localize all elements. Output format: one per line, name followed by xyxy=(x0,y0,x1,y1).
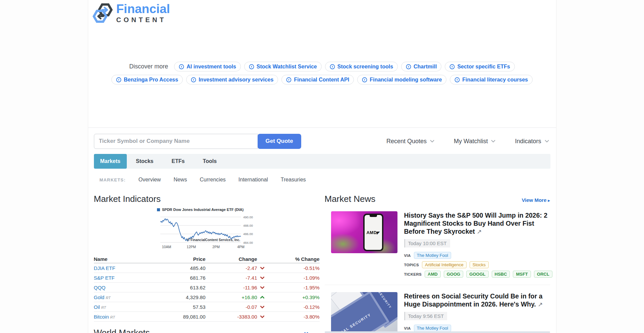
indicator-row-bitcoin: BitcoinRT89,081.00-3383.00-3.80% xyxy=(94,312,320,322)
indicator-change: -11.96 xyxy=(206,285,257,290)
change-up-icon[interactable] xyxy=(257,296,267,299)
indicator-price: 485.40 xyxy=(161,265,206,271)
chevron-down-icon xyxy=(545,140,549,143)
quote-bar: Get Quote Recent QuotesMy WatchlistIndic… xyxy=(94,133,550,149)
tickers-chip-goog[interactable]: GOOG xyxy=(444,271,463,278)
header-change: Change xyxy=(206,256,257,262)
dia-chart: SPDR Dow Jones Industrial Average ETF (D… xyxy=(156,208,257,253)
legend-swatch-icon xyxy=(157,208,160,211)
discover-pill-sector-specific-etfs[interactable]: Sector specific ETFs xyxy=(445,62,515,71)
realtime-flag: RT xyxy=(110,315,115,319)
financial-content-logo[interactable]: Financial CONTENT xyxy=(92,3,170,24)
indicator-pct-change: -1.09% xyxy=(267,275,320,281)
market-indicators-section: Market Indicators SPDR Dow Jones Industr… xyxy=(94,194,320,333)
topics-chip-artificial-intelligence[interactable]: Artificial Intelligence xyxy=(422,261,467,268)
discover-pill-ai-investment-tools[interactable]: AI investment tools xyxy=(174,62,241,71)
header-change: % Change xyxy=(267,256,320,262)
logo-wordmark-financial: Financial xyxy=(116,3,170,16)
change-down-icon[interactable] xyxy=(257,267,267,270)
indicator-price: 57.53 xyxy=(161,304,206,310)
indicator-link[interactable]: Oil xyxy=(94,304,100,310)
change-down-icon[interactable] xyxy=(257,306,267,309)
article-thumbnail-amd[interactable]: AMD◤ xyxy=(331,211,397,253)
quote-menus: Recent QuotesMy WatchlistIndicators xyxy=(386,138,550,145)
discover-more-section: Discover more AI investment toolsStock W… xyxy=(88,62,556,85)
menu-recent-quotes[interactable]: Recent Quotes xyxy=(386,138,434,145)
indicator-link[interactable]: QQQ xyxy=(94,285,106,290)
markets-subnav-label: MARKETS: xyxy=(100,177,126,182)
discover-pill-chartmill[interactable]: Chartmill xyxy=(401,62,441,71)
indicator-change: -2.47 xyxy=(206,265,257,271)
header-divider xyxy=(88,127,556,128)
indicator-link[interactable]: DJIA ETF xyxy=(94,265,115,271)
topics-chip-stocks[interactable]: Stocks xyxy=(470,261,489,268)
indicator-name-cell: OilRT xyxy=(94,304,161,310)
pill-label: Stock screening tools xyxy=(337,64,393,70)
svg-text:484.00: 484.00 xyxy=(243,241,253,244)
change-down-icon[interactable] xyxy=(257,286,267,289)
circle-bolt-icon xyxy=(179,64,184,69)
menu-indicators[interactable]: Indicators xyxy=(515,138,549,145)
subnav-item-news[interactable]: News xyxy=(173,177,187,183)
market-news-section: Market News View More ▸ AMD◤ History Say… xyxy=(325,194,550,333)
tickers-chip-msft[interactable]: MSFT xyxy=(513,271,531,278)
circle-bolt-icon xyxy=(249,64,254,69)
discover-pill-financial-content-api[interactable]: Financial Content API xyxy=(281,75,354,85)
get-quote-button[interactable]: Get Quote xyxy=(258,134,301,149)
phone-graphic: AMD◤ xyxy=(363,214,383,251)
indicator-price: 613.62 xyxy=(161,285,206,290)
view-more-link[interactable]: View More ▸ xyxy=(522,197,550,203)
discover-pill-stock-watchlist-service[interactable]: Stock Watchlist Service xyxy=(244,62,322,71)
menu-my-watchlist[interactable]: My Watchlist xyxy=(454,138,495,145)
tab-stocks[interactable]: Stocks xyxy=(127,154,162,169)
indicator-link[interactable]: Gold xyxy=(94,294,105,300)
tab-markets[interactable]: Markets xyxy=(94,154,127,169)
subnav-item-international[interactable]: International xyxy=(238,177,268,183)
svg-text:© FinancialContent Services, I: © FinancialContent Services, Inc. xyxy=(187,238,240,242)
discover-pill-benzinga-pro-access[interactable]: Benzinga Pro Access xyxy=(111,75,183,85)
article-headline[interactable]: Retirees on Social Security Could Be in … xyxy=(404,292,550,309)
indicator-change: +16.80 xyxy=(206,294,257,300)
table-header-row: NamePriceChange% Change xyxy=(94,255,320,263)
circle-bolt-icon xyxy=(330,64,335,69)
indicator-link[interactable]: Bitcoin xyxy=(94,314,109,320)
tickers-chip-amd[interactable]: AMD xyxy=(425,271,441,278)
ticker-search-input[interactable] xyxy=(94,134,258,149)
tab-etfs[interactable]: ETFs xyxy=(162,154,194,169)
discover-pill-stock-screening-tools[interactable]: Stock screening tools xyxy=(325,62,398,71)
article-headline[interactable]: History Says the S&P 500 Will Jump in 20… xyxy=(404,211,550,236)
indicator-pct-change: -0.12% xyxy=(267,304,320,310)
tickers-chip-hsbc[interactable]: HSBC xyxy=(492,271,510,278)
via-chip-the-motley-fool[interactable]: The Motley Fool xyxy=(414,325,451,332)
world-markets-more-link[interactable]: More ▸ xyxy=(304,331,319,333)
discover-pill-financial-modeling-software[interactable]: Financial modeling software xyxy=(357,75,446,85)
article-tickers-row: TICKERSAMDGOOGGOOGLHSBCMSFTORCL xyxy=(404,271,550,278)
discover-pill-financial-literacy-courses[interactable]: Financial literacy courses xyxy=(450,75,533,85)
svg-text:10AM: 10AM xyxy=(162,245,171,249)
pill-label: Investment advisory services xyxy=(199,77,273,83)
indicator-pct-change: -1.95% xyxy=(267,285,320,290)
indicator-price: 4,329.80 xyxy=(161,294,206,300)
subnav-item-overview[interactable]: Overview xyxy=(139,177,161,183)
change-down-icon[interactable] xyxy=(257,315,267,318)
discover-pill-investment-advisory-services[interactable]: Investment advisory services xyxy=(186,75,278,85)
subnav-item-treasuries[interactable]: Treasuries xyxy=(281,177,306,183)
realtime-flag: RT xyxy=(101,306,106,310)
tickers-chip-orcl[interactable]: ORCL xyxy=(534,271,552,278)
tab-tools[interactable]: Tools xyxy=(194,154,226,169)
article-thumbnail-social-security[interactable]: SOCIAL SECURITY SOCIAL SECURITY xyxy=(331,292,397,333)
pill-label: AI investment tools xyxy=(186,64,236,70)
indicator-link[interactable]: S&P ETF xyxy=(94,275,115,281)
external-link-icon: ↗ xyxy=(477,228,482,235)
pill-label: Stock Watchlist Service xyxy=(257,64,317,70)
realtime-flag: RT xyxy=(106,296,110,300)
circle-bolt-icon xyxy=(116,77,121,82)
indicator-pct-change: +0.39% xyxy=(267,294,320,300)
via-chip-the-motley-fool[interactable]: The Motley Fool xyxy=(414,252,451,259)
subnav-item-currencies[interactable]: Currencies xyxy=(200,177,225,183)
header-price: Price xyxy=(161,256,206,262)
menu-label: My Watchlist xyxy=(454,138,488,145)
indicator-name-cell: GoldRT xyxy=(94,294,161,300)
change-down-icon[interactable] xyxy=(257,276,267,279)
tickers-chip-googl[interactable]: GOOGL xyxy=(466,271,488,278)
